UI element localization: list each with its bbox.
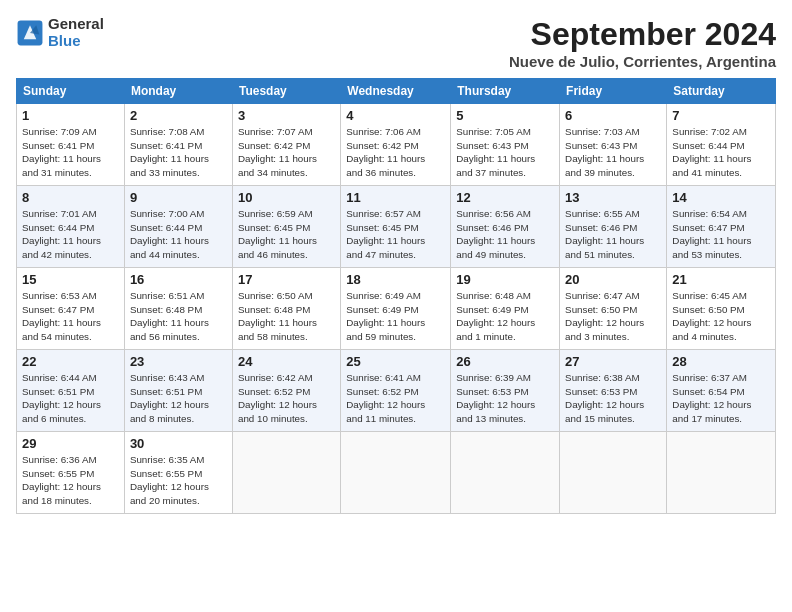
day-number: 17 xyxy=(238,272,335,287)
calendar-cell: 29Sunrise: 6:36 AM Sunset: 6:55 PM Dayli… xyxy=(17,432,125,514)
day-info: Sunrise: 7:01 AM Sunset: 6:44 PM Dayligh… xyxy=(22,207,119,262)
day-info: Sunrise: 6:37 AM Sunset: 6:54 PM Dayligh… xyxy=(672,371,770,426)
day-info: Sunrise: 6:57 AM Sunset: 6:45 PM Dayligh… xyxy=(346,207,445,262)
calendar-cell: 26Sunrise: 6:39 AM Sunset: 6:53 PM Dayli… xyxy=(451,350,560,432)
location: Nueve de Julio, Corrientes, Argentina xyxy=(509,53,776,70)
day-info: Sunrise: 7:05 AM Sunset: 6:43 PM Dayligh… xyxy=(456,125,554,180)
day-info: Sunrise: 6:48 AM Sunset: 6:49 PM Dayligh… xyxy=(456,289,554,344)
day-number: 19 xyxy=(456,272,554,287)
calendar-table: SundayMondayTuesdayWednesdayThursdayFrid… xyxy=(16,78,776,514)
calendar-week-4: 29Sunrise: 6:36 AM Sunset: 6:55 PM Dayli… xyxy=(17,432,776,514)
calendar-cell: 10Sunrise: 6:59 AM Sunset: 6:45 PM Dayli… xyxy=(232,186,340,268)
day-number: 11 xyxy=(346,190,445,205)
day-number: 25 xyxy=(346,354,445,369)
calendar-cell: 6Sunrise: 7:03 AM Sunset: 6:43 PM Daylig… xyxy=(560,104,667,186)
day-header-tuesday: Tuesday xyxy=(232,79,340,104)
calendar-cell: 1Sunrise: 7:09 AM Sunset: 6:41 PM Daylig… xyxy=(17,104,125,186)
day-number: 4 xyxy=(346,108,445,123)
calendar-cell: 3Sunrise: 7:07 AM Sunset: 6:42 PM Daylig… xyxy=(232,104,340,186)
calendar-cell xyxy=(560,432,667,514)
day-info: Sunrise: 6:39 AM Sunset: 6:53 PM Dayligh… xyxy=(456,371,554,426)
logo-line2: Blue xyxy=(48,33,104,50)
day-number: 2 xyxy=(130,108,227,123)
calendar-cell: 11Sunrise: 6:57 AM Sunset: 6:45 PM Dayli… xyxy=(341,186,451,268)
calendar-cell: 30Sunrise: 6:35 AM Sunset: 6:55 PM Dayli… xyxy=(124,432,232,514)
calendar-week-0: 1Sunrise: 7:09 AM Sunset: 6:41 PM Daylig… xyxy=(17,104,776,186)
day-header-saturday: Saturday xyxy=(667,79,776,104)
calendar-cell xyxy=(667,432,776,514)
title-area: September 2024 Nueve de Julio, Corriente… xyxy=(509,16,776,70)
day-header-thursday: Thursday xyxy=(451,79,560,104)
day-number: 27 xyxy=(565,354,661,369)
day-info: Sunrise: 7:07 AM Sunset: 6:42 PM Dayligh… xyxy=(238,125,335,180)
day-number: 6 xyxy=(565,108,661,123)
calendar-cell: 12Sunrise: 6:56 AM Sunset: 6:46 PM Dayli… xyxy=(451,186,560,268)
logo-text: General Blue xyxy=(48,16,104,49)
day-number: 24 xyxy=(238,354,335,369)
logo: General Blue xyxy=(16,16,104,49)
day-info: Sunrise: 7:02 AM Sunset: 6:44 PM Dayligh… xyxy=(672,125,770,180)
logo-icon xyxy=(16,19,44,47)
calendar-cell: 24Sunrise: 6:42 AM Sunset: 6:52 PM Dayli… xyxy=(232,350,340,432)
calendar-cell: 7Sunrise: 7:02 AM Sunset: 6:44 PM Daylig… xyxy=(667,104,776,186)
day-info: Sunrise: 6:54 AM Sunset: 6:47 PM Dayligh… xyxy=(672,207,770,262)
calendar-cell: 8Sunrise: 7:01 AM Sunset: 6:44 PM Daylig… xyxy=(17,186,125,268)
calendar-cell xyxy=(232,432,340,514)
header: General Blue September 2024 Nueve de Jul… xyxy=(16,16,776,70)
calendar-cell: 20Sunrise: 6:47 AM Sunset: 6:50 PM Dayli… xyxy=(560,268,667,350)
calendar-cell: 19Sunrise: 6:48 AM Sunset: 6:49 PM Dayli… xyxy=(451,268,560,350)
day-number: 12 xyxy=(456,190,554,205)
day-info: Sunrise: 6:55 AM Sunset: 6:46 PM Dayligh… xyxy=(565,207,661,262)
calendar-cell: 18Sunrise: 6:49 AM Sunset: 6:49 PM Dayli… xyxy=(341,268,451,350)
calendar-cell: 13Sunrise: 6:55 AM Sunset: 6:46 PM Dayli… xyxy=(560,186,667,268)
day-info: Sunrise: 6:42 AM Sunset: 6:52 PM Dayligh… xyxy=(238,371,335,426)
calendar-cell: 9Sunrise: 7:00 AM Sunset: 6:44 PM Daylig… xyxy=(124,186,232,268)
calendar-week-3: 22Sunrise: 6:44 AM Sunset: 6:51 PM Dayli… xyxy=(17,350,776,432)
calendar-week-2: 15Sunrise: 6:53 AM Sunset: 6:47 PM Dayli… xyxy=(17,268,776,350)
day-number: 26 xyxy=(456,354,554,369)
calendar-cell xyxy=(341,432,451,514)
day-info: Sunrise: 6:59 AM Sunset: 6:45 PM Dayligh… xyxy=(238,207,335,262)
day-number: 15 xyxy=(22,272,119,287)
day-number: 20 xyxy=(565,272,661,287)
day-number: 10 xyxy=(238,190,335,205)
day-number: 22 xyxy=(22,354,119,369)
day-number: 14 xyxy=(672,190,770,205)
day-number: 29 xyxy=(22,436,119,451)
day-info: Sunrise: 6:49 AM Sunset: 6:49 PM Dayligh… xyxy=(346,289,445,344)
day-info: Sunrise: 6:38 AM Sunset: 6:53 PM Dayligh… xyxy=(565,371,661,426)
calendar-cell: 21Sunrise: 6:45 AM Sunset: 6:50 PM Dayli… xyxy=(667,268,776,350)
day-info: Sunrise: 6:35 AM Sunset: 6:55 PM Dayligh… xyxy=(130,453,227,508)
calendar-week-1: 8Sunrise: 7:01 AM Sunset: 6:44 PM Daylig… xyxy=(17,186,776,268)
day-info: Sunrise: 6:45 AM Sunset: 6:50 PM Dayligh… xyxy=(672,289,770,344)
day-number: 1 xyxy=(22,108,119,123)
calendar-cell: 5Sunrise: 7:05 AM Sunset: 6:43 PM Daylig… xyxy=(451,104,560,186)
day-info: Sunrise: 6:47 AM Sunset: 6:50 PM Dayligh… xyxy=(565,289,661,344)
calendar-cell: 2Sunrise: 7:08 AM Sunset: 6:41 PM Daylig… xyxy=(124,104,232,186)
day-number: 7 xyxy=(672,108,770,123)
calendar-cell: 14Sunrise: 6:54 AM Sunset: 6:47 PM Dayli… xyxy=(667,186,776,268)
day-number: 30 xyxy=(130,436,227,451)
day-info: Sunrise: 7:00 AM Sunset: 6:44 PM Dayligh… xyxy=(130,207,227,262)
day-header-monday: Monday xyxy=(124,79,232,104)
day-info: Sunrise: 7:08 AM Sunset: 6:41 PM Dayligh… xyxy=(130,125,227,180)
day-info: Sunrise: 6:51 AM Sunset: 6:48 PM Dayligh… xyxy=(130,289,227,344)
day-number: 28 xyxy=(672,354,770,369)
day-info: Sunrise: 6:44 AM Sunset: 6:51 PM Dayligh… xyxy=(22,371,119,426)
day-header-sunday: Sunday xyxy=(17,79,125,104)
day-number: 23 xyxy=(130,354,227,369)
day-header-friday: Friday xyxy=(560,79,667,104)
calendar-cell: 15Sunrise: 6:53 AM Sunset: 6:47 PM Dayli… xyxy=(17,268,125,350)
day-number: 13 xyxy=(565,190,661,205)
day-number: 16 xyxy=(130,272,227,287)
day-info: Sunrise: 7:09 AM Sunset: 6:41 PM Dayligh… xyxy=(22,125,119,180)
calendar-cell: 22Sunrise: 6:44 AM Sunset: 6:51 PM Dayli… xyxy=(17,350,125,432)
calendar-cell xyxy=(451,432,560,514)
calendar-cell: 25Sunrise: 6:41 AM Sunset: 6:52 PM Dayli… xyxy=(341,350,451,432)
calendar-cell: 27Sunrise: 6:38 AM Sunset: 6:53 PM Dayli… xyxy=(560,350,667,432)
day-number: 9 xyxy=(130,190,227,205)
calendar-cell: 17Sunrise: 6:50 AM Sunset: 6:48 PM Dayli… xyxy=(232,268,340,350)
calendar-cell: 28Sunrise: 6:37 AM Sunset: 6:54 PM Dayli… xyxy=(667,350,776,432)
day-info: Sunrise: 7:03 AM Sunset: 6:43 PM Dayligh… xyxy=(565,125,661,180)
day-header-wednesday: Wednesday xyxy=(341,79,451,104)
